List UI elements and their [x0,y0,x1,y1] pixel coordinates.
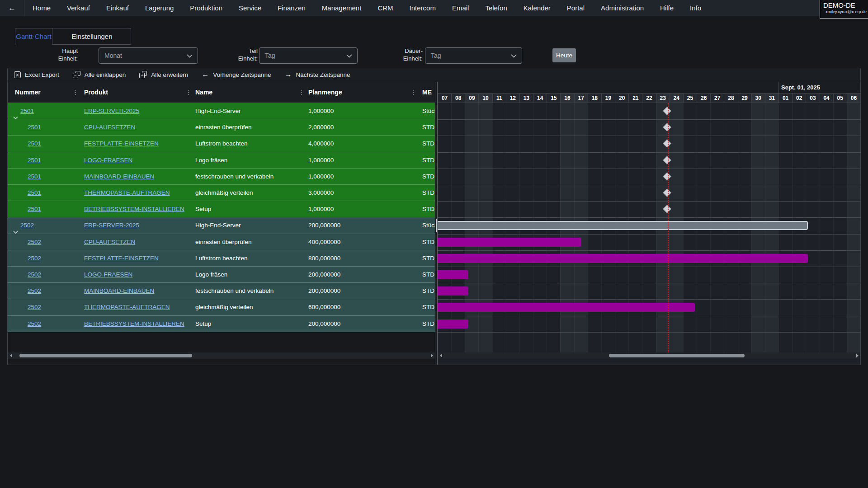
teil-einheit-select[interactable]: Tag [259,47,358,64]
row-produkt-link[interactable]: FESTPLATTE-EINSETZEN [84,140,159,147]
gantt-horizontal-scrollbar[interactable] [438,352,860,359]
row-produkt-link[interactable]: CPU-AUFSETZEN [84,124,135,131]
row-nummer-link[interactable]: 2502 [28,320,41,327]
table-row[interactable]: 2502FESTPLATTE-EINSETZENLuftstrom beacht… [8,250,435,267]
back-button[interactable]: ← [0,0,24,16]
nav-item-service[interactable]: Service [231,0,269,16]
row-nummer-link[interactable]: 2502 [20,222,34,229]
table-row[interactable]: 2501LOGO-FRAESENLogo fräsen1,000000STD [8,152,435,169]
table-row[interactable]: 2502THERMOPASTE-AUFTRAGENgleichmäßig ver… [8,299,435,315]
table-row[interactable]: 2501FESTPLATTE-EINSETZENLuftstrom beacht… [8,136,435,152]
column-menu-icon[interactable]: ⋮ [72,82,79,103]
row-expander-icon[interactable] [13,110,18,119]
row-produkt-link[interactable]: FESTPLATTE-EINSETZEN [84,255,159,262]
row-produkt-link[interactable]: ERP-SERVER-2025 [84,222,139,229]
next-timespan-button[interactable]: → Nächste Zeitspanne [285,70,350,79]
excel-export-button[interactable]: X Excel Export [14,71,59,78]
gantt-task-bar[interactable] [438,319,468,328]
nav-item-finanzen[interactable]: Finanzen [269,0,314,16]
column-header-produkt[interactable]: Produkt [84,82,108,103]
nav-item-crm[interactable]: CRM [369,0,401,16]
gantt-task-bar[interactable] [438,303,695,312]
table-row[interactable]: 2502MAINBOARD-EINBAUENfestschrauben und … [8,283,435,299]
scrollbar-right-arrow-icon[interactable] [429,352,435,359]
gantt-task-bar[interactable] [438,286,468,296]
nav-item-verkauf[interactable]: Verkauf [59,0,98,16]
scrollbar-right-arrow-icon[interactable] [854,352,860,359]
column-header-name[interactable]: Name [195,82,212,103]
expand-all-button[interactable]: + Alle erweitern [139,71,188,78]
gantt-task-bar[interactable] [438,270,468,279]
column-header-nummer[interactable]: Nummer [15,82,41,103]
table-row[interactable]: 2502ERP-SERVER-2025High-End-Server200,00… [8,217,435,234]
back-arrow-icon: ← [8,4,16,13]
row-nummer-link[interactable]: 2501 [20,108,34,114]
table-row[interactable]: 2502CPU-AUFSETZENeinrasten überprüfen400… [8,234,435,250]
row-produkt-link[interactable]: CPU-AUFSETZEN [84,239,135,245]
gantt-task-bar[interactable] [438,254,808,263]
table-row[interactable]: 2502LOGO-FRAESENLogo fräsen200,000000STD [8,267,435,283]
row-produkt-link[interactable]: BETRIEBSSYSTEM-INSTALLIEREN [84,320,184,327]
scrollbar-thumb[interactable] [609,354,745,357]
nav-item-intercom[interactable]: Intercom [401,0,444,16]
column-menu-icon[interactable]: ⋮ [298,82,305,103]
cell-name: Logo fräsen [195,267,308,283]
row-produkt-link[interactable]: ERP-SERVER-2025 [84,108,139,114]
row-nummer-link[interactable]: 2501 [28,124,41,131]
scrollbar-left-arrow-icon[interactable] [438,352,444,359]
today-button[interactable]: Heute [552,48,576,62]
row-nummer-link[interactable]: 2502 [28,239,41,245]
nav-item-administration[interactable]: Administration [593,0,652,16]
row-nummer-link[interactable]: 2501 [28,173,41,180]
nav-item-kalender[interactable]: Kalender [515,0,559,16]
haupt-einheit-select[interactable]: Monat [99,47,198,64]
table-row[interactable]: 2501MAINBOARD-EINBAUENfestschrauben und … [8,169,435,185]
nav-item-portal[interactable]: Portal [559,0,593,16]
row-nummer-link[interactable]: 2501 [28,157,41,164]
table-row[interactable]: 2501ERP-SERVER-2025High-End-Server1,0000… [8,103,435,119]
column-menu-icon[interactable]: ⋮ [185,82,192,103]
nav-item-home[interactable]: Home [24,0,59,16]
nav-item-produktion[interactable]: Produktion [182,0,231,16]
table-row[interactable]: 2501THERMOPASTE-AUFTRAGENgleichmäßig ver… [8,185,435,201]
prev-timespan-button[interactable]: ← Vorherige Zeitspanne [202,70,271,79]
row-produkt-link[interactable]: LOGO-FRAESEN [84,157,132,164]
column-menu-icon[interactable]: ⋮ [410,82,417,103]
row-produkt-link[interactable]: THERMOPASTE-AUFTRAGEN [84,189,170,196]
row-nummer-link[interactable]: 2502 [28,304,41,310]
row-produkt-link[interactable]: MAINBOARD-EINBAUEN [84,287,154,294]
table-row[interactable]: 2501BETRIEBSSYSTEM-INSTALLIERENSetup1,00… [8,201,435,217]
nav-item-management[interactable]: Management [314,0,370,16]
row-produkt-link[interactable]: LOGO-FRAESEN [84,271,132,278]
collapse-all-button[interactable]: − Alle einklappen [73,71,126,78]
row-nummer-link[interactable]: 2501 [28,140,41,147]
row-nummer-link[interactable]: 2502 [28,287,41,294]
nav-item-hilfe[interactable]: Hilfe [652,0,682,16]
row-nummer-link[interactable]: 2501 [28,189,41,196]
gantt-summary-bar[interactable] [438,221,808,230]
row-nummer-link[interactable]: 2502 [28,271,41,278]
tab-einstellungen[interactable]: Einstellungen [52,28,132,45]
column-header-planmenge[interactable]: Planmenge [308,82,342,103]
row-produkt-link[interactable]: BETRIEBSSYSTEM-INSTALLIEREN [84,206,184,212]
gantt-task-bar[interactable] [438,238,581,247]
table-row[interactable]: 2502BETRIEBSSYSTEM-INSTALLIERENSetup200,… [8,316,435,332]
column-header-me[interactable]: ME [422,82,432,103]
cell-name: einrasten überprüfen [195,119,308,136]
scrollbar-thumb[interactable] [19,354,192,357]
nav-item-info[interactable]: Info [682,0,709,16]
dauer-einheit-select[interactable]: Tag [425,47,522,64]
row-nummer-link[interactable]: 2501 [28,206,41,212]
tab-gantt-chart[interactable]: Gantt-Chart [15,28,52,45]
nav-item-einkauf[interactable]: Einkauf [98,0,137,16]
nav-item-lagerung[interactable]: Lagerung [137,0,182,16]
nav-item-email[interactable]: Email [444,0,477,16]
table-horizontal-scrollbar[interactable] [8,352,435,359]
row-expander-icon[interactable] [13,224,18,234]
row-produkt-link[interactable]: MAINBOARD-EINBAUEN [84,173,154,180]
row-nummer-link[interactable]: 2502 [28,255,41,262]
nav-item-telefon[interactable]: Telefon [477,0,515,16]
row-produkt-link[interactable]: THERMOPASTE-AUFTRAGEN [84,304,170,310]
table-row[interactable]: 2501CPU-AUFSETZENeinrasten überprüfen2,0… [8,119,435,136]
scrollbar-left-arrow-icon[interactable] [8,352,14,359]
